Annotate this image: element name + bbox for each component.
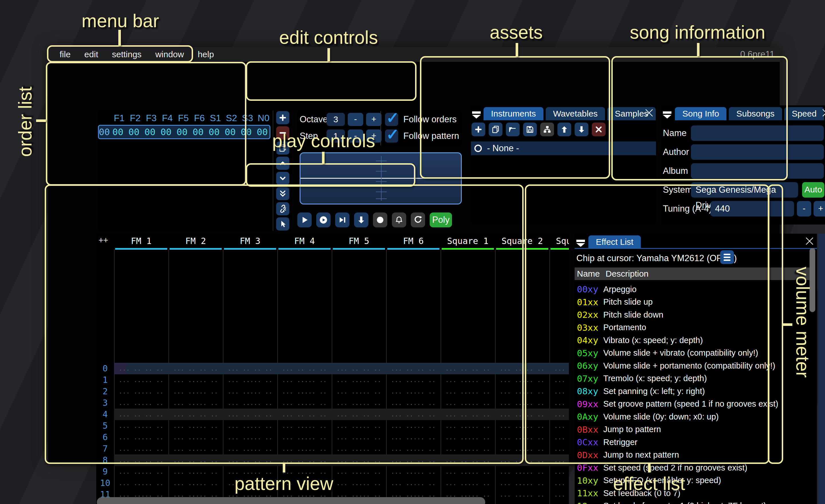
order-add-button[interactable] [276,111,289,124]
description-column-header: Description [606,267,649,280]
menu-item[interactable]: help [191,47,221,62]
play-pattern-button[interactable] [316,213,330,227]
pattern-options-button[interactable]: ++ [98,235,108,245]
tabbar-underline [575,248,817,249]
menu-item[interactable]: window [148,47,191,62]
menu-bar-connector [118,30,121,46]
channel-header-square-2[interactable]: Square 2 [495,235,549,250]
system-select[interactable]: Sega Genesis/Mega Drive [691,182,798,197]
close-button[interactable] [644,108,654,118]
effect-description: Pitch slide down [603,310,663,320]
pattern-cell[interactable]: ... .. .. .. .. [549,489,569,504]
volume-meter-annotation: volume meter [792,267,813,378]
channel-header-fm-4[interactable]: FM 4 [277,235,332,250]
effect-code: 05xy [575,348,603,358]
channel-header-fm-6[interactable]: FM 6 [386,235,441,250]
tuning-field[interactable]: 440 [710,201,794,217]
follow-orders-checkbox[interactable]: ✓ [385,113,398,126]
move-asset-down-button[interactable] [575,122,588,136]
move-asset-up-button[interactable] [557,122,571,136]
order-duplicate-end-button[interactable] [276,187,289,200]
channel-header-fm-5[interactable]: FM 5 [332,235,386,250]
order-cell[interactable]: 00 [158,127,174,138]
order-list-annotation: order list [15,86,36,157]
effect-code: 0Bxx [575,424,603,435]
order-mode-button[interactable] [276,217,289,231]
assets-tab[interactable]: Wavetables [546,107,605,120]
metronome-button[interactable] [392,213,406,227]
order-cell[interactable]: 00 [238,127,254,138]
order-cell[interactable]: 00 [126,127,142,138]
menu-item[interactable]: file [53,47,77,62]
menu-item[interactable]: edit [77,47,105,62]
album-field[interactable] [691,163,824,179]
channel-header-fm-1[interactable]: FM 1 [114,235,168,250]
auto-system-button[interactable]: Auto [802,182,824,197]
piano-divider [300,178,461,179]
order-cell[interactable]: 00 [142,127,158,138]
collapse-icon[interactable] [472,111,481,118]
arrow-down-icon [579,126,584,133]
effect-table-rows: 00xy Arpeggio 01xx Pitch slide up 02xx P… [575,283,810,504]
assets-tab[interactable]: Instruments [483,107,543,120]
order-cell[interactable]: 00 [190,127,206,138]
close-button[interactable] [821,108,825,118]
order-move-down-button[interactable] [276,172,289,185]
delete-asset-button[interactable] [592,122,606,136]
song-info-tab[interactable]: Subsongs [729,107,782,120]
effect-code: 01xx [575,297,603,307]
octave-value[interactable]: 3 [326,113,345,126]
song-info-tab[interactable]: Speed [784,107,824,120]
assets-annotation: assets [490,22,543,43]
collapse-icon[interactable] [576,240,586,247]
effect-code: 10xy [575,475,603,486]
effect-code: 0Fxx [575,463,603,473]
order-move-up-button[interactable] [276,157,289,170]
order-cell[interactable]: 00 [110,127,126,138]
effect-table-header: Name Description [575,267,811,280]
tuning-decrement-button[interactable]: - [797,201,811,217]
channel-header-fm-2[interactable]: FM 2 [168,235,223,250]
order-cell[interactable]: 00 [222,127,238,138]
pattern-cell[interactable]: ... .. .. .. .. [495,489,549,504]
play-button[interactable] [297,213,312,227]
step-down-button[interactable] [354,213,368,227]
effect-list-window: Effect List Chip at cursor: Yamaha YM261… [575,234,817,504]
play-one-row-button[interactable] [335,213,350,227]
order-row-selected[interactable]: 00 00000000000000000000 [98,125,271,139]
channel-header-fm-3[interactable]: FM 3 [223,235,277,250]
pattern-row: 4... .. .. .. ..... .. .. .. ..... .. ..… [96,409,569,420]
menu-item[interactable]: settings [105,47,148,62]
add-asset-button[interactable] [471,122,485,136]
song-info-tab[interactable]: Song Info [675,107,727,120]
record-button[interactable] [373,213,387,227]
chip-menu-button[interactable] [720,250,734,264]
follow-pattern-checkbox[interactable]: ✓ [385,130,398,143]
asset-tree-button[interactable] [540,122,554,136]
octave-increment-button[interactable]: + [366,113,382,126]
author-field[interactable] [691,144,824,160]
horizontal-scrollbar[interactable] [97,497,485,504]
octave-decrement-button[interactable]: - [348,113,363,126]
tuning-increment-button[interactable]: + [814,201,825,217]
channel-header-square-1[interactable]: Square 1 [441,235,495,250]
effect-row: 10xy Setup LFO (x: enable; y: speed) [575,474,810,487]
duplicate-asset-button[interactable] [489,122,503,136]
poly-toggle-button[interactable]: Poly [430,213,452,227]
name-field[interactable] [691,125,824,141]
open-asset-button[interactable] [506,122,520,136]
collapse-icon[interactable] [663,111,672,118]
song-info-tabbar: Song InfoSubsongsSpeed [662,106,825,120]
order-cell[interactable]: 00 [174,127,190,138]
order-cell[interactable]: 00 [206,127,222,138]
order-cell[interactable]: 00 [254,127,271,138]
effect-list-tab[interactable]: Effect List [588,235,641,249]
order-deep-clone-button[interactable] [276,202,289,215]
arrow-down-icon [358,217,364,223]
instrument-list-item[interactable]: - None - [471,142,656,155]
channel-header-square-3[interactable]: Square 3 [549,235,569,250]
save-asset-button[interactable] [523,122,537,136]
close-button[interactable] [804,236,815,246]
effect-description: Set panning (x: left; y: right) [603,387,705,396]
repeat-button[interactable] [411,213,425,227]
